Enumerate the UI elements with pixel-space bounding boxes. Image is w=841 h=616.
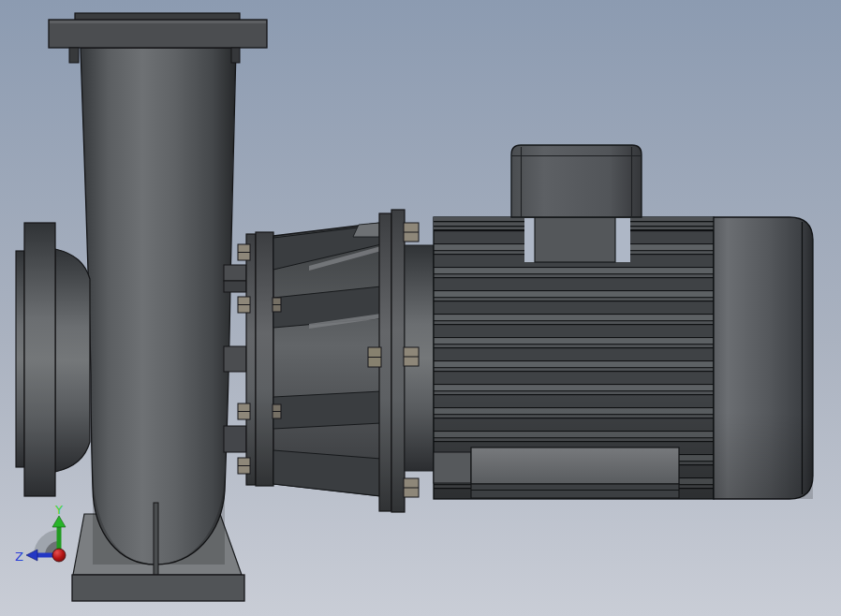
- fan-cover[interactable]: [714, 217, 813, 499]
- suction-nozzle[interactable]: [55, 249, 90, 472]
- saddle-gap: [524, 218, 535, 262]
- cad-viewport[interactable]: Y Z: [0, 0, 841, 616]
- origin-ball: [52, 549, 66, 562]
- terminal-box-saddle[interactable]: [524, 217, 630, 262]
- hex-bolt: [273, 404, 281, 418]
- hex-bolt: [238, 297, 250, 313]
- pump-side-flange[interactable]: [246, 232, 273, 486]
- suction-flange[interactable]: [16, 223, 55, 496]
- hex-bolt: [404, 223, 419, 242]
- hex-bolt: [273, 298, 281, 312]
- bearing-bracket[interactable]: [273, 223, 381, 496]
- saddle-gap: [615, 218, 630, 262]
- base-plate[interactable]: [72, 575, 244, 601]
- hex-bolt: [238, 244, 250, 260]
- motor-terminal-box[interactable]: [511, 145, 642, 217]
- z-axis-label: Z: [15, 550, 23, 564]
- y-axis-label: Y: [54, 503, 63, 517]
- pedestal-rib[interactable]: [154, 503, 158, 575]
- motor-adapter-flange[interactable]: [379, 210, 405, 512]
- hex-bolt: [368, 347, 381, 367]
- hex-bolt: [238, 403, 250, 419]
- pump-casing[interactable]: [81, 48, 236, 565]
- hex-bolt: [238, 458, 250, 474]
- hex-bolt: [404, 347, 419, 366]
- hex-bolt: [404, 478, 419, 497]
